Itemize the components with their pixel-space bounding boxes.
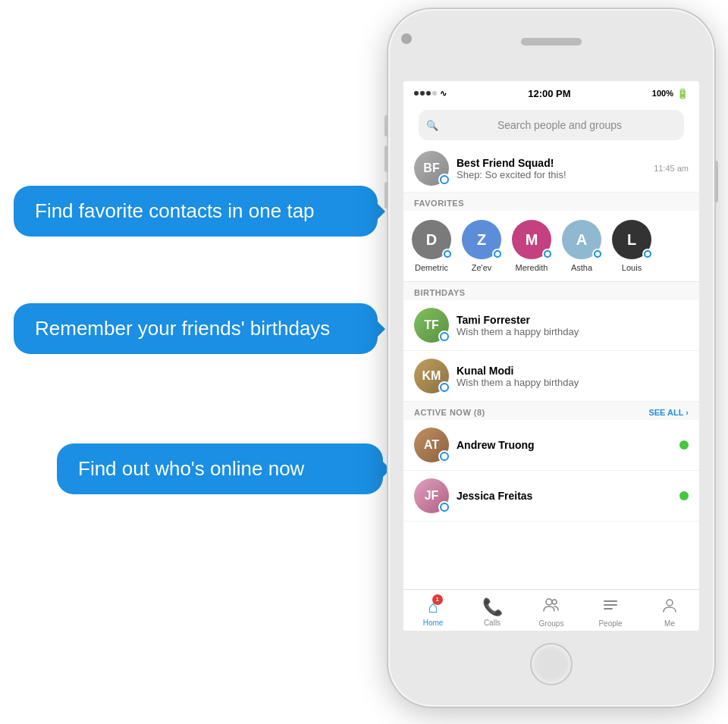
wifi-indicator: ∿ — [440, 89, 447, 99]
birthday-item-kunal[interactable]: KM Kunal Modi Wish them a happy birthday — [403, 351, 699, 402]
status-left: ∿ — [414, 89, 447, 99]
phone-camera — [401, 33, 412, 44]
me-icon — [661, 597, 678, 618]
nav-groups[interactable]: Groups — [522, 594, 581, 628]
fav-avatar-meredith: M — [512, 220, 551, 259]
birthday-info-tami: Tami Forrester Wish them a happy birthda… — [457, 314, 689, 337]
see-all-button[interactable]: SEE ALL › — [648, 408, 689, 417]
message-preview-text: Shep: So excited for this! — [457, 169, 646, 180]
battery-percent: 100% — [652, 89, 673, 98]
fav-name-astha: Astha — [571, 263, 592, 272]
status-bar: ∿ 12:00 PM 100% 🔋 — [403, 81, 699, 105]
favorite-item-zeev[interactable]: Z Ze'ev — [460, 220, 504, 272]
nav-me[interactable]: Me — [640, 594, 699, 628]
signal-dot-1 — [414, 91, 419, 96]
calls-icon: 📞 — [482, 597, 503, 617]
svg-rect-2 — [604, 600, 617, 602]
active-header: ACTIVE NOW (8) SEE ALL › — [403, 402, 699, 420]
birthday-item-tami[interactable]: TF Tami Forrester Wish them a happy birt… — [403, 300, 699, 351]
fav-badge-astha — [592, 249, 603, 259]
volume-up-button[interactable] — [384, 146, 388, 172]
birthday-badge-kunal — [438, 381, 450, 393]
birthday-avatar-wrap-tami: TF — [414, 308, 449, 343]
search-icon: 🔍 — [426, 120, 438, 131]
home-icon: ⌂ 1 — [428, 597, 438, 617]
favorite-item-meredith[interactable]: M Meredith — [510, 220, 554, 272]
search-bar[interactable]: 🔍 Search people and groups — [419, 110, 684, 140]
signal-dots — [414, 91, 437, 96]
message-name: Best Friend Squad! — [457, 157, 646, 169]
birthday-avatar-wrap-kunal: KM — [414, 359, 449, 393]
nav-people-label: People — [598, 619, 622, 628]
birthday-name-tami: Tami Forrester — [457, 314, 689, 326]
callout-birthdays: Remember your friends' birthdays — [14, 303, 378, 354]
active-avatar-wrap-jessica: JF — [414, 478, 449, 513]
nav-people[interactable]: People — [581, 594, 640, 628]
message-info: Best Friend Squad! Shep: So excited for … — [457, 157, 646, 180]
phone-outer: ∿ 12:00 PM 100% 🔋 🔍 Search people and gr… — [388, 9, 714, 707]
status-right: 100% 🔋 — [652, 88, 689, 99]
favorite-item-louis[interactable]: L Louis — [610, 220, 654, 272]
nav-home[interactable]: ⌂ 1 Home — [403, 594, 463, 627]
signal-dot-4 — [432, 91, 437, 96]
svg-point-0 — [546, 599, 552, 605]
signal-dot-2 — [420, 91, 425, 96]
fav-avatar-astha: A — [562, 220, 601, 259]
birthday-badge-tami — [438, 331, 450, 343]
active-title: ACTIVE NOW (8) — [414, 408, 485, 417]
online-indicator-andrew — [679, 440, 689, 450]
callout-birthdays-text: Remember your friends' birthdays — [35, 317, 330, 340]
home-button[interactable] — [530, 643, 573, 685]
nav-groups-label: Groups — [539, 619, 564, 628]
power-button[interactable] — [714, 161, 718, 202]
fav-avatar-louis: L — [612, 220, 651, 259]
svg-point-5 — [667, 600, 673, 606]
active-name-jessica: Jessica Freitas — [457, 490, 672, 502]
people-icon — [602, 597, 619, 618]
fav-badge-meredith — [542, 249, 553, 259]
callout-online: Find out who's online now — [57, 443, 383, 494]
phone-speaker — [521, 38, 582, 45]
svg-rect-3 — [604, 604, 617, 606]
callout-favorites-text: Find favorite contacts in one tap — [35, 199, 315, 223]
message-avatar-wrap: BF — [414, 151, 449, 186]
signal-dot-3 — [426, 91, 431, 96]
phone-frame: ∿ 12:00 PM 100% 🔋 🔍 Search people and gr… — [388, 9, 714, 707]
active-badge-jessica — [438, 501, 450, 513]
message-time: 11:45 am — [654, 164, 689, 173]
birthdays-section-header: BIRTHDAYS — [403, 282, 699, 300]
mute-button[interactable] — [384, 115, 388, 136]
home-badge: 1 — [432, 594, 443, 605]
active-item-andrew[interactable]: AT Andrew Truong — [403, 420, 699, 471]
fav-name-louis: Louis — [622, 263, 642, 272]
favorite-item-demetric[interactable]: D Demetric — [410, 220, 453, 272]
svg-rect-4 — [604, 608, 613, 610]
fav-avatar-zeev: Z — [462, 220, 501, 259]
fav-name-meredith: Meredith — [516, 263, 548, 272]
birthday-name-kunal: Kunal Modi — [457, 365, 689, 377]
favorites-row: D Demetric Z Ze'ev — [403, 211, 699, 282]
favorite-item-astha[interactable]: A Astha — [560, 220, 604, 272]
volume-down-button[interactable] — [384, 182, 388, 208]
messenger-badge — [438, 174, 450, 186]
online-indicator-jessica — [679, 491, 689, 500]
active-item-jessica[interactable]: JF Jessica Freitas — [403, 471, 699, 522]
fav-name-demetric: Demetric — [415, 263, 448, 272]
birthday-sub-tami: Wish them a happy birthday — [457, 326, 689, 337]
active-avatar-wrap-andrew: AT — [414, 428, 449, 462]
favorites-section-header: FAVORITES — [403, 193, 699, 211]
fav-badge-louis — [642, 249, 653, 259]
nav-home-label: Home — [423, 619, 444, 627]
fav-name-zeev: Ze'ev — [472, 263, 492, 272]
birthday-sub-kunal: Wish them a happy birthday — [457, 377, 689, 388]
active-badge-andrew — [438, 450, 450, 462]
nav-calls[interactable]: 📞 Calls — [463, 594, 522, 627]
nav-calls-label: Calls — [484, 619, 500, 627]
message-preview[interactable]: BF Best Friend Squad! Shep: So excited f… — [403, 145, 699, 193]
callout-favorites: Find favorite contacts in one tap — [14, 186, 378, 237]
nav-me-label: Me — [664, 619, 675, 628]
search-placeholder: Search people and groups — [443, 119, 676, 131]
groups-icon — [543, 597, 560, 618]
phone-screen: ∿ 12:00 PM 100% 🔋 🔍 Search people and gr… — [403, 81, 699, 631]
status-time: 12:00 PM — [528, 88, 570, 99]
